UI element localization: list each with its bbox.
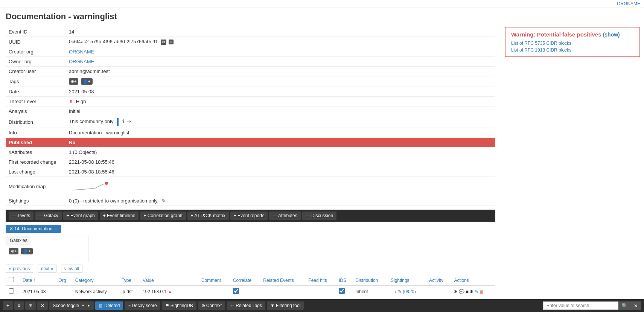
decay-score-btn[interactable]: ≈ Decay score [125, 301, 160, 310]
action-delete-icon[interactable]: 🗑 [480, 289, 484, 294]
col-feed-hits: Feed hits [305, 275, 336, 286]
warning-rfc1918-link[interactable]: List of RFC 1918 CIDR blocks [511, 47, 634, 53]
galaxies-tab[interactable]: Galaxies [6, 236, 31, 245]
col-correlate: Correlate [230, 275, 260, 286]
creator-org-label: Creator org [6, 47, 66, 57]
event-timeline-btn[interactable]: + Event timeline [100, 212, 139, 220]
event-id-row: Event ID 14 [6, 27, 495, 37]
top-bar: ORGNAME [0, 0, 644, 8]
creator-org-value[interactable]: ORGNAME [69, 49, 94, 55]
owner-org-value[interactable]: ORGNAME [69, 59, 94, 64]
date-row: Date 2021-05-08 [6, 87, 495, 97]
threat-level-row: Threat Level ⬆ High [6, 97, 495, 107]
creator-org-row: Creator org ORGNAME [6, 47, 495, 57]
scope-toggle-btn[interactable]: Scope toggle ▼ [49, 301, 94, 310]
action-block-icon[interactable]: ■ [466, 289, 468, 294]
event-graph-btn[interactable]: + Event graph [63, 212, 98, 220]
attributes-btn[interactable]: — Attributes [269, 212, 300, 220]
warning-show-link[interactable]: (show) [603, 32, 620, 38]
sightings-up-icon[interactable]: ↑ [391, 289, 393, 294]
uuid-copy-icon[interactable]: ⧉ [161, 40, 166, 45]
view-all-link[interactable]: view all [61, 265, 82, 273]
uuid-row: UUID 0c6f4ac2-579b-4f96-ab30-2f7b766a0e9… [6, 37, 495, 47]
published-value: No [66, 138, 495, 148]
warning-title: Warning: Potential false positives (show… [511, 31, 634, 38]
event-reports-btn[interactable]: + Event reports [230, 212, 268, 220]
col-sightings: Sightings [388, 275, 426, 286]
col-checkbox [6, 275, 20, 286]
distribution-value: This community only ℹ ⇒ [66, 116, 495, 128]
share-icon[interactable]: ⇒ [127, 119, 131, 124]
prev-link[interactable]: « previous [6, 265, 33, 273]
col-activity: Activity [426, 275, 451, 286]
row-related-events [260, 286, 305, 297]
nav-links: « previous next » view all [6, 266, 495, 271]
context-btn[interactable]: ⊕ Context [198, 301, 225, 310]
add-attribute-btn[interactable]: + [3, 301, 13, 310]
tags-row: Tags ⊕+ 👤+ [6, 76, 495, 87]
close-view-btn[interactable]: ✕ [37, 301, 48, 310]
select-all-checkbox[interactable] [9, 277, 14, 282]
search-btn[interactable]: 🔍 [618, 301, 631, 310]
row-ids [336, 286, 352, 297]
clear-search-btn[interactable]: ✕ [631, 301, 641, 310]
col-date[interactable]: Date ↑ [20, 275, 55, 286]
action-edit-icon[interactable]: ✎ [475, 289, 478, 294]
row-distribution: Inherit [352, 286, 388, 297]
filtering-tool-btn[interactable]: ▼ Filtering tool [267, 301, 304, 310]
warning-rfc5735-link[interactable]: List of RFC 5735 CIDR blocks [511, 41, 634, 46]
event-toolbar: — Pivots — Galaxy + Event graph + Event … [6, 210, 495, 222]
row-activity [426, 286, 451, 297]
add-galaxy-tag-icon[interactable]: ⊕+ [69, 78, 78, 85]
action-star-icon[interactable]: ✱ [454, 289, 458, 294]
first-change-label: First recorded change [6, 157, 66, 167]
row-checkbox[interactable] [9, 288, 14, 294]
attck-matrix-btn[interactable]: + ATT&CK matrix [187, 212, 229, 220]
analysis-value: Initial [66, 107, 495, 116]
event-tag[interactable]: ✕ 14: Documentation ... [6, 225, 61, 233]
action-flag-icon[interactable]: ✱ [470, 289, 473, 294]
col-flag1 [184, 275, 191, 286]
galaxy-btn[interactable]: — Galaxy [35, 212, 62, 220]
svg-point-0 [105, 182, 108, 185]
sightings-label: Sightings [6, 196, 66, 206]
creator-user-row: Creator user admin@admin.test [6, 67, 495, 76]
attributes-label: #Attributes [6, 148, 66, 157]
related-tags-icon: ↔ [230, 303, 234, 308]
row-date: 2021-05-08 [20, 286, 55, 297]
deleted-btn[interactable]: 🗑 Deleted [95, 301, 123, 310]
analysis-label: Analysis [6, 107, 66, 116]
warning-triangle-icon: ▲ [168, 289, 172, 294]
info-label: Info [6, 128, 66, 138]
discussion-btn[interactable]: — Discussion [302, 212, 336, 220]
add-galaxy-icon[interactable]: ⊕+ [9, 248, 18, 254]
row-sightings: ↑ ↓ ✎ (0/0/0) [388, 286, 426, 297]
add-cluster-icon[interactable]: 👤+ [21, 248, 32, 254]
decay-icon: ≈ [128, 303, 131, 308]
correlation-graph-btn[interactable]: + Correlation graph [140, 212, 186, 220]
add-user-tag-icon[interactable]: 👤+ [81, 78, 92, 85]
next-link[interactable]: next » [38, 265, 57, 273]
col-org: Org [55, 275, 72, 286]
mod-map-value [66, 177, 495, 196]
search-input[interactable] [543, 301, 618, 310]
sightings-edit-icon[interactable]: ✎ [398, 289, 402, 294]
row-correlate [230, 286, 260, 297]
last-change-label: Last change [6, 167, 66, 177]
sightings-down-icon[interactable]: ↓ [394, 289, 396, 294]
col-flag2 [191, 275, 198, 286]
table-view-btn[interactable]: ⊞ [25, 301, 36, 310]
pivots-btn[interactable]: — Pivots [9, 212, 33, 220]
event-id-value: 14 [66, 27, 495, 37]
related-tags-btn[interactable]: ↔ Related Tags [227, 301, 265, 310]
sightingdb-icon: ⚑ [165, 303, 169, 308]
orgname-link[interactable]: ORGNAME [617, 1, 640, 6]
action-comment-icon[interactable]: 💬 [459, 289, 464, 294]
sightings-edit-icon[interactable]: ✎ [161, 198, 166, 204]
info-icon[interactable]: ℹ [122, 119, 124, 124]
row-type: ip-dst [119, 286, 140, 297]
sightingdb-btn[interactable]: ⚑ SightingDB [162, 301, 196, 310]
uuid-action-icon[interactable]: ≡ [169, 40, 174, 44]
list-view-btn[interactable]: ≡ [14, 301, 24, 310]
warning-box: Warning: Potential false positives (show… [505, 27, 640, 57]
